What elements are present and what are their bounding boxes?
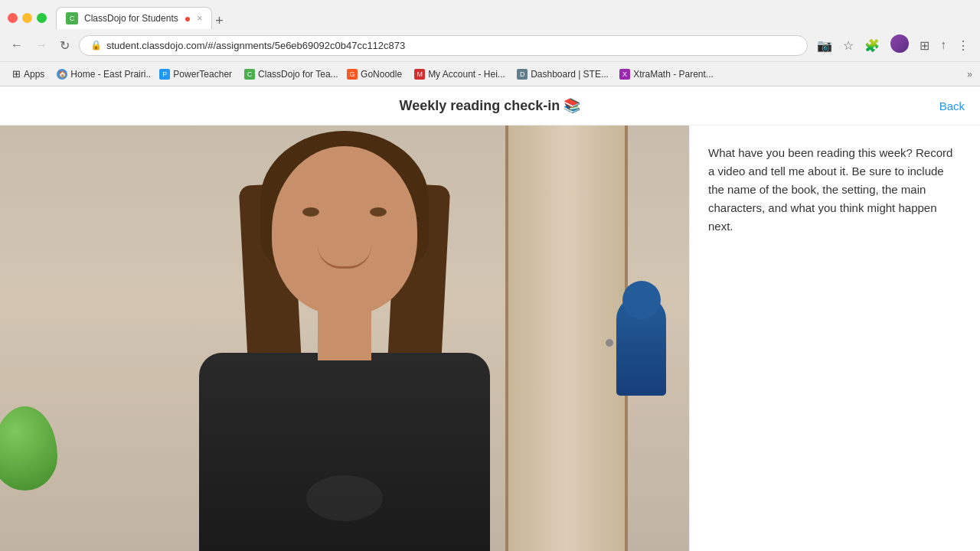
bookmark-label-6: Dashboard | STE... [531, 69, 609, 80]
lock-icon: 🔒 [90, 40, 102, 51]
tab-close-x[interactable]: × [197, 13, 202, 24]
bookmark-label-4: GoNoodle [361, 69, 402, 80]
eye-left [302, 207, 319, 217]
browser-chrome: C ClassDojo for Students ● × + ← → ↻ 🔒 s… [0, 0, 980, 86]
content-panel: What have you been reading this week? Re… [689, 126, 980, 551]
bookmark-powerteacher[interactable]: P PowerTeacher [155, 67, 237, 81]
bg-door [505, 126, 628, 551]
bookmark-gonoodle[interactable]: G GoNoodle [342, 67, 407, 81]
bookmark-xtramath[interactable]: X XtraMath - Parent... [615, 67, 714, 81]
close-window-button[interactable] [8, 13, 18, 23]
bookmark-star-button[interactable]: ☆ [840, 35, 857, 56]
more-tools-button[interactable]: ⋮ [954, 35, 972, 56]
video-section [0, 126, 689, 551]
bookmark-favicon-5: M [414, 69, 425, 80]
bookmark-label-2: PowerTeacher [173, 69, 232, 80]
bookmark-favicon-6: D [517, 69, 528, 80]
tab-bar: C ClassDojo for Students ● × + [56, 7, 972, 29]
bookmark-favicon-3: C [244, 69, 255, 80]
bookmark-label-3: ClassDojo for Tea... [258, 69, 338, 80]
main-area: What have you been reading this week? Re… [0, 126, 980, 551]
bookmark-label-1: Home - East Prairi... [70, 69, 152, 80]
share-button[interactable]: ↑ [937, 35, 949, 55]
minimize-window-button[interactable] [22, 13, 32, 23]
mouth [318, 246, 371, 269]
address-bar[interactable]: 🔒 student.classdojo.com/#/assignments/5e… [79, 35, 808, 56]
close-tab-button[interactable]: ● [185, 12, 191, 24]
camera-icon[interactable]: 📷 [814, 35, 835, 56]
assignment-description: What have you been reading this week? Re… [708, 144, 962, 236]
apps-grid-icon: ⊞ [12, 68, 21, 80]
more-bookmarks-button[interactable]: » [967, 69, 972, 80]
tab-title: ClassDojo for Students [84, 13, 178, 24]
page-content: Weekly reading check-in 📚 Back [0, 86, 980, 551]
browser-nav-icons: 📷 ☆ 🧩 ⊞ ↑ ⋮ [814, 31, 972, 59]
bookmark-label-7: XtraMath - Parent... [633, 69, 714, 80]
forward-button[interactable]: → [32, 35, 51, 55]
blue-figure [616, 296, 666, 396]
neck [318, 307, 371, 360]
back-button[interactable]: ← [8, 35, 26, 55]
bookmark-favicon-7: X [619, 69, 630, 80]
bookmark-favicon-1: 🏠 [57, 69, 67, 80]
page-title: Weekly reading check-in 📚 [400, 97, 581, 114]
bookmark-favicon-2: P [159, 69, 170, 80]
bookmark-classdojo-tea[interactable]: C ClassDojo for Tea... [240, 67, 339, 81]
page-header: Weekly reading check-in 📚 Back [0, 86, 980, 126]
tab-favicon: C [66, 12, 78, 24]
bookmark-home-east-prairie[interactable]: 🏠 Home - East Prairi... [52, 67, 152, 81]
apps-label: Apps [24, 69, 44, 80]
bookmark-apps[interactable]: ⊞ Apps [8, 67, 49, 81]
nav-bar: ← → ↻ 🔒 student.classdojo.com/#/assignme… [0, 29, 980, 61]
bookmark-dashboard-ste[interactable]: D Dashboard | STE... [512, 67, 612, 81]
tab-grid-button[interactable]: ⊞ [916, 35, 933, 56]
url-text: student.classdojo.com/#/assignments/5e6e… [106, 40, 405, 51]
new-tab-button[interactable]: + [215, 13, 224, 29]
maximize-window-button[interactable] [37, 13, 47, 23]
face [272, 146, 417, 315]
door-knob [606, 339, 613, 347]
shirt-logo [306, 475, 383, 521]
bookmark-my-account[interactable]: M My Account - Hei... [410, 67, 509, 81]
bookmarks-bar: ⊞ Apps 🏠 Home - East Prairi... P PowerTe… [0, 61, 980, 86]
back-button[interactable]: Back [939, 99, 965, 112]
refresh-button[interactable]: ↻ [57, 35, 73, 56]
account-icon[interactable] [887, 31, 912, 59]
title-bar: C ClassDojo for Students ● × + [0, 0, 980, 29]
video-feed [0, 126, 689, 551]
shirt [199, 353, 490, 551]
bookmark-favicon-4: G [347, 69, 358, 80]
active-tab[interactable]: C ClassDojo for Students ● × [56, 7, 212, 29]
traffic-lights [8, 13, 47, 23]
blue-figure-head [622, 281, 661, 319]
bookmark-label-5: My Account - Hei... [428, 69, 505, 80]
eye-right [370, 207, 387, 217]
extensions-icon[interactable]: 🧩 [861, 35, 883, 56]
